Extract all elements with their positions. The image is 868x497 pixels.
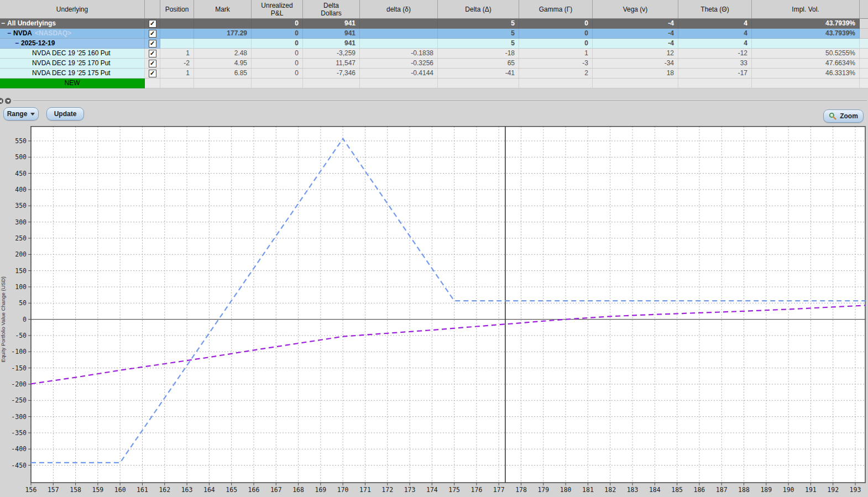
row-new[interactable]: NEW	[0, 79, 868, 88]
risk-chart[interactable]: 1561571581591601611621631641651661671681…	[0, 126, 868, 497]
delta_small-cell: -0.3256	[360, 59, 438, 69]
svg-text:550: 550	[15, 137, 27, 145]
svg-text:173: 173	[404, 486, 416, 494]
zoom-button[interactable]: Zoom	[823, 109, 864, 123]
underlying-cell: −NVDA<NASDAQ>	[0, 29, 145, 39]
delta_small-cell: -0.4144	[360, 69, 438, 79]
svg-text:-100: -100	[11, 348, 27, 355]
checkbox-cell: ✓	[145, 19, 160, 29]
collapse-minus-icon[interactable]: −	[15, 39, 21, 47]
position-cell	[160, 39, 194, 49]
delta_dollars-cell: 11,547	[303, 59, 360, 69]
svg-text:158: 158	[70, 486, 81, 494]
positions-rows: −All Underlyings✓094150-4443.7939%−NVDA<…	[0, 19, 868, 88]
delta_dollars-cell: 941	[303, 39, 360, 49]
impl_vol-cell: 50.5255%	[752, 49, 860, 59]
impl_vol-cell	[752, 79, 860, 88]
col-header-gamma[interactable]: Gamma (Γ)	[519, 0, 593, 18]
col-header-mark[interactable]: Mark	[194, 0, 252, 18]
row-nvda[interactable]: −NVDA<NASDAQ>✓177.29094150-4443.7939%	[0, 29, 868, 39]
row-checkbox[interactable]: ✓	[149, 40, 156, 48]
mark-cell: 6.85	[194, 69, 252, 79]
update-button[interactable]: Update	[46, 107, 84, 121]
collapse-down-icon[interactable]	[5, 98, 11, 104]
svg-text:-150: -150	[11, 364, 27, 372]
collapse-minus-icon[interactable]: −	[1, 19, 7, 27]
svg-text:-350: -350	[11, 429, 27, 437]
vega-cell	[593, 79, 678, 88]
svg-text:184: 184	[649, 486, 661, 494]
col-header-vega[interactable]: Vega (v)	[593, 0, 678, 18]
row-checkbox[interactable]: ✓	[149, 50, 156, 57]
svg-text:171: 171	[359, 486, 371, 494]
y-axis: 550500450400350300250200150100500-50-100…	[11, 137, 31, 469]
y-axis-title: Equity Portfolio Value Change (USD)	[0, 276, 6, 362]
plot-area[interactable]	[31, 127, 865, 483]
svg-text:172: 172	[381, 486, 393, 494]
col-header-unrealized[interactable]: Unrealized P&L	[252, 0, 303, 18]
underlying-label: NEW	[65, 79, 80, 87]
svg-text:250: 250	[15, 234, 27, 242]
col-header-delta_dollars[interactable]: Delta Dollars	[303, 0, 360, 18]
underlying-label: NVDA DEC 19 '25 170 Put	[32, 59, 111, 67]
col-header-position[interactable]: Position	[160, 0, 194, 18]
row-spacer	[860, 59, 868, 69]
svg-text:189: 189	[760, 486, 772, 494]
col-header-underlying[interactable]: Underlying	[0, 0, 145, 18]
svg-text:179: 179	[537, 486, 549, 494]
row-checkbox[interactable]: ✓	[149, 30, 156, 38]
row-160-put[interactable]: NVDA DEC 19 '25 160 Put✓12.480-3,259-0.1…	[0, 49, 868, 59]
svg-text:300: 300	[15, 218, 27, 226]
row-checkbox[interactable]: ✓	[149, 70, 156, 77]
svg-text:174: 174	[426, 486, 438, 494]
unrealized-cell: 0	[252, 59, 303, 69]
position-cell: -2	[160, 59, 194, 69]
delta_small-cell	[360, 29, 438, 39]
underlying-cell: −All Underlyings	[0, 19, 145, 29]
delta_cap-cell: 65	[438, 59, 519, 69]
svg-text:159: 159	[92, 486, 104, 494]
svg-text:176: 176	[471, 486, 483, 494]
svg-text:175: 175	[448, 486, 460, 494]
row-170-put[interactable]: NVDA DEC 19 '25 170 Put✓-24.95011,547-0.…	[0, 59, 868, 69]
checkbox-cell: ✓	[145, 59, 160, 69]
col-header-theta[interactable]: Theta (Θ)	[678, 0, 752, 18]
collapse-left-icon[interactable]	[0, 98, 3, 104]
vega-cell: 18	[593, 69, 678, 79]
checkbox-cell: ✓	[145, 49, 160, 59]
exchange-label: <NASDAQ>	[32, 29, 71, 37]
row-175-put[interactable]: NVDA DEC 19 '25 175 Put✓16.850-7,346-0.4…	[0, 69, 868, 79]
unrealized-cell: 0	[252, 69, 303, 79]
row-all-underlyings[interactable]: −All Underlyings✓094150-4443.7939%	[0, 19, 868, 29]
row-expiry-2025-12-19[interactable]: −2025-12-19✓094150-44	[0, 39, 868, 49]
delta_dollars-cell: -7,346	[303, 69, 360, 79]
row-checkbox[interactable]: ✓	[149, 60, 156, 67]
svg-text:181: 181	[582, 486, 594, 494]
mark-cell: 177.29	[194, 29, 252, 39]
unrealized-cell: 0	[252, 49, 303, 59]
svg-text:182: 182	[604, 486, 616, 494]
svg-text:0: 0	[23, 316, 27, 323]
col-header-impl_vol[interactable]: Impl. Vol.	[752, 0, 860, 18]
svg-text:163: 163	[181, 486, 193, 494]
collapse-minus-icon[interactable]: −	[7, 29, 13, 37]
checkbox-cell	[145, 79, 160, 88]
row-checkbox[interactable]: ✓	[149, 20, 156, 28]
update-button-label: Update	[54, 110, 77, 118]
svg-text:166: 166	[248, 486, 260, 494]
delta_small-cell	[360, 79, 438, 88]
range-button-label: Range	[7, 110, 28, 118]
impl_vol-cell: 43.7939%	[752, 19, 860, 29]
col-header-delta_cap[interactable]: Delta (Δ)	[438, 0, 519, 18]
theta-cell: 4	[678, 39, 752, 49]
svg-text:-250: -250	[11, 396, 27, 404]
delta_small-cell	[360, 39, 438, 49]
svg-text:-300: -300	[11, 413, 27, 421]
impl_vol-cell: 43.7939%	[752, 29, 860, 39]
col-header-check[interactable]	[145, 0, 160, 18]
splitter-line	[13, 101, 867, 102]
underlying-label: NVDA	[13, 29, 32, 37]
range-button[interactable]: Range	[3, 107, 39, 121]
theta-cell: -17	[678, 69, 752, 79]
col-header-delta_small[interactable]: delta (δ)	[360, 0, 438, 18]
